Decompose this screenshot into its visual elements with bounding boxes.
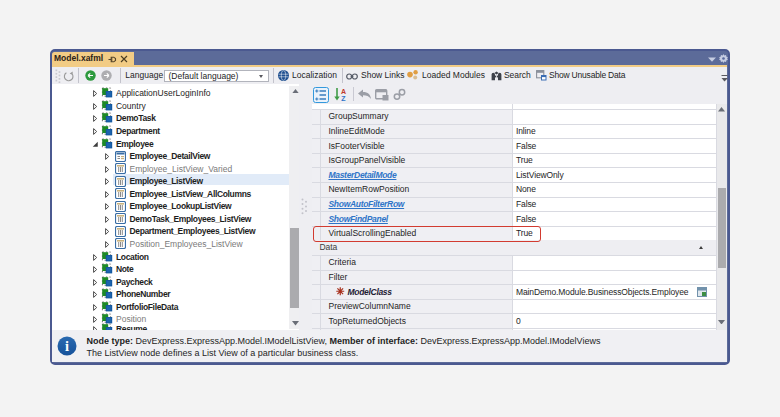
svg-text:i: i <box>65 339 69 355</box>
